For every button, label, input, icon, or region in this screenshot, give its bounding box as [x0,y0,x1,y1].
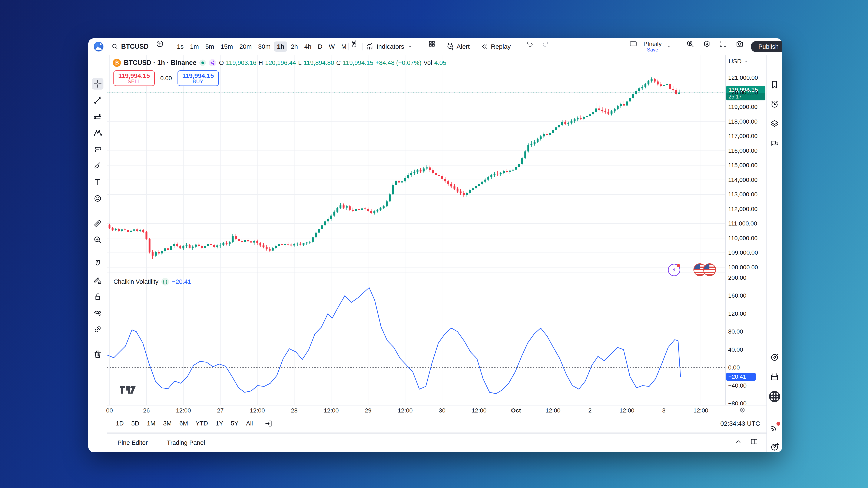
range-6M[interactable]: 6M [177,418,191,429]
sidebar-layers[interactable] [768,118,781,130]
range-YTD[interactable]: YTD [193,418,211,429]
goto-date-button[interactable] [265,420,273,428]
tool-remove-drawings[interactable] [92,349,103,360]
save-button-label[interactable]: Save [647,47,658,52]
help-icon [770,443,779,452]
expand-panel-icon[interactable] [750,437,758,446]
indicators-label: Indicators [376,43,404,50]
tool-hide-drawings[interactable] [92,307,103,319]
sidebar-help[interactable] [768,441,781,452]
time-tick: 00 [106,407,113,414]
watchlist-icon [770,80,779,89]
sidebar-calendar[interactable] [768,371,781,383]
layout-grid-button[interactable] [426,38,437,50]
tradingview-watermark[interactable] [120,385,136,395]
tool-drawing-lock[interactable] [92,274,103,286]
tool-lock-all[interactable] [92,291,103,302]
timeframe-5m[interactable]: 5m [202,41,217,52]
indicator-tick: −40.00 [728,382,746,389]
timeframe-D[interactable]: D [315,41,326,52]
settings-button[interactable] [701,38,712,50]
pine-script-icon: { } [161,278,169,286]
timeframe-M[interactable]: M [338,41,349,52]
sell-button[interactable]: 119,994.15 SELL [114,70,155,86]
timeframe-20m[interactable]: 20m [236,41,254,52]
publish-button[interactable]: Publish [751,41,782,52]
symbol-search[interactable]: BTCUSD [111,38,149,55]
trading-panel-tab[interactable]: Trading Panel [167,439,205,446]
undo-button[interactable] [524,38,535,50]
sidebar-chats[interactable] [768,137,781,150]
tool-text[interactable] [92,176,103,188]
sidebar-screener-target[interactable] [768,351,781,363]
tool-trend-line[interactable] [92,94,103,106]
timeframe-W[interactable]: W [326,41,338,52]
indicators-button[interactable]: Indicators [366,38,413,55]
range-1M[interactable]: 1M [144,418,158,429]
compare-add-button[interactable] [154,38,165,50]
tool-ruler[interactable] [92,218,103,229]
tool-magnet[interactable] [92,258,103,269]
sidebar-alerts-clock[interactable] [768,98,781,110]
collapse-panel-icon[interactable] [734,437,742,446]
price-axis[interactable]: USD 119,994.15 25:17 −20.41 121,000.0012… [725,55,767,405]
tool-crosshair[interactable] [92,78,103,90]
symbol-legend[interactable]: ₿ BTCUSD · 1h · Binance O119,903.16 H120… [113,59,446,67]
share-idea-icon[interactable] [209,59,216,66]
buy-button[interactable]: 119,994.15 BUY [178,70,219,86]
tool-emoji[interactable] [92,193,103,204]
app-logo[interactable] [94,42,103,52]
replay-button[interactable]: Replay [481,38,510,55]
tool-brush[interactable] [92,160,103,171]
snapshot-button[interactable] [734,38,745,50]
range-All[interactable]: All [243,418,256,429]
workspace-save[interactable]: PIneify Save [644,38,672,55]
time-tick: 12:00 [693,407,708,414]
economic-events-flags-icon[interactable] [693,263,716,276]
layout-select-button[interactable] [628,38,639,50]
tool-zoom-in[interactable] [92,234,103,246]
timeframe-15m[interactable]: 15m [218,41,236,52]
timezone-clock[interactable]: 02:34:43 UTC [720,420,760,427]
quick-search-button[interactable] [685,38,696,50]
timeframe-4h[interactable]: 4h [301,41,314,52]
btc-icon: ₿ [113,59,121,67]
tool-horizontal-line[interactable] [92,111,103,122]
timeframe-2h[interactable]: 2h [288,41,301,52]
axis-settings-gear-icon[interactable] [739,406,746,415]
chart-style-button[interactable] [348,38,360,50]
tool-link-drawings[interactable] [92,324,103,335]
apps-grid-icon [769,391,780,402]
zoom-in-icon [93,235,102,244]
range-5D[interactable]: 5D [128,418,142,429]
tool-parallel-channel[interactable] [92,143,103,155]
order-panel: 119,994.15 SELL 0.00 119,994.15 BUY [114,70,219,86]
timeframe-30m[interactable]: 30m [255,41,274,52]
alert-label: Alert [457,43,470,50]
alert-button[interactable]: Alert [446,38,470,55]
timeframe-1m[interactable]: 1m [187,41,202,52]
sidebar-watchlist[interactable] [768,78,781,91]
range-5Y[interactable]: 5Y [228,418,241,429]
separator [681,43,681,51]
tool-xabcd-pattern[interactable] [92,127,103,139]
price-chart-canvas[interactable] [107,55,725,405]
range-3M[interactable]: 3M [160,418,175,429]
redo-button[interactable] [540,38,551,50]
fullscreen-button[interactable] [717,38,728,50]
sidebar-broadcast[interactable] [768,421,781,434]
pine-editor-tab[interactable]: Pine Editor [118,439,148,446]
time-axis[interactable]: 002612:002712:002812:002912:003012:00Oct… [107,405,767,415]
currency-selector[interactable]: USD [728,58,749,65]
desktop-background: BTCUSD 1s1m5m15m20m30m1h2h4hDWM Indicato… [0,0,868,488]
supercharts-flash-icon[interactable] [668,264,680,276]
drawing-lock-icon [93,276,102,285]
price-tick: 119,000.00 [728,104,757,110]
timeframe-1h[interactable]: 1h [274,41,287,52]
indicator-legend[interactable]: Chaikin Volatility { } −20.41 [114,278,191,286]
timeframe-1s[interactable]: 1s [174,41,187,52]
symbol-search-label: BTCUSD [121,43,149,51]
range-1Y[interactable]: 1Y [213,418,226,429]
range-1D[interactable]: 1D [113,418,127,429]
sidebar-apps-grid[interactable] [768,390,781,403]
